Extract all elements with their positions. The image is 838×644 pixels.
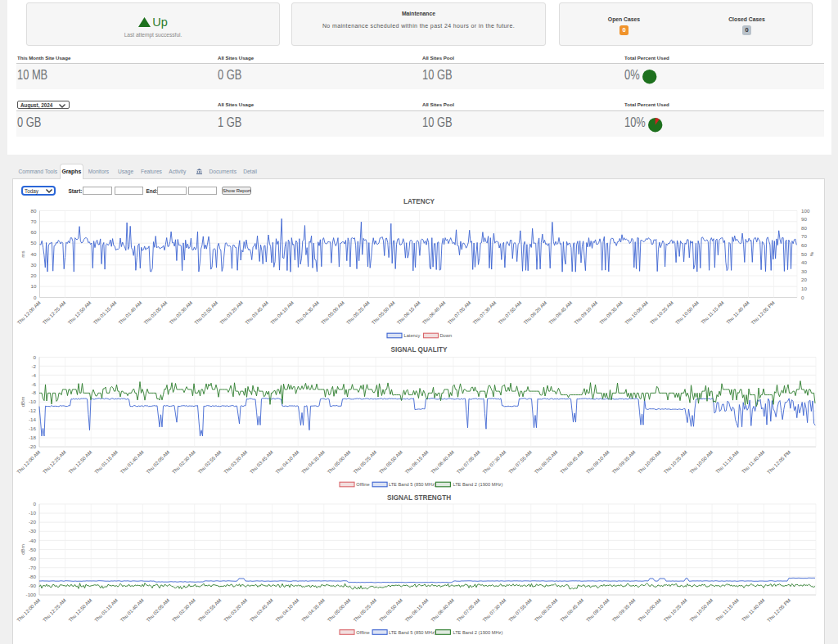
svg-text:Thu 04:10 AM: Thu 04:10 AM [275, 597, 300, 623]
svg-text:Thu 01:40 AM: Thu 01:40 AM [119, 449, 145, 475]
svg-text:Thu 02:05 AM: Thu 02:05 AM [146, 597, 171, 623]
svg-text:Thu 10:50 AM: Thu 10:50 AM [674, 300, 700, 326]
svg-text:Thu 05:25 AM: Thu 05:25 AM [353, 449, 378, 475]
svg-text:LTE Band 5 (850 MHz): LTE Band 5 (850 MHz) [389, 482, 436, 487]
svg-text:-10: -10 [29, 510, 37, 516]
svg-text:Thu 06:40 AM: Thu 06:40 AM [430, 597, 455, 623]
svg-text:20: 20 [801, 277, 807, 282]
svg-text:Thu 03:20 AM: Thu 03:20 AM [223, 449, 249, 475]
svg-text:Thu 07:30 AM: Thu 07:30 AM [482, 597, 507, 623]
svg-text:Thu 09:10 AM: Thu 09:10 AM [574, 300, 599, 326]
svg-text:Thu 02:55 AM: Thu 02:55 AM [197, 449, 223, 475]
svg-text:90: 90 [801, 216, 807, 222]
svg-text:Thu 11:40 AM: Thu 11:40 AM [741, 449, 765, 474]
svg-text:Thu 09:10 AM: Thu 09:10 AM [585, 597, 610, 623]
svg-text:Thu 10:25 AM: Thu 10:25 AM [663, 449, 688, 475]
svg-text:Thu 05:00 AM: Thu 05:00 AM [327, 597, 352, 623]
svg-text:Offline: Offline [356, 482, 369, 487]
svg-text:Thu 12:00 AM: Thu 12:00 AM [16, 597, 42, 623]
svg-text:Thu 10:00 AM: Thu 10:00 AM [637, 597, 662, 623]
svg-text:Thu 11:15 AM: Thu 11:15 AM [715, 449, 740, 474]
svg-text:Thu 12:25 AM: Thu 12:25 AM [42, 449, 67, 475]
svg-text:70: 70 [31, 218, 37, 224]
svg-text:Thu 12:50 AM: Thu 12:50 AM [68, 449, 93, 475]
svg-text:Thu 05:50 AM: Thu 05:50 AM [378, 597, 403, 623]
svg-text:Thu 07:05 AM: Thu 07:05 AM [456, 449, 481, 475]
svg-text:LTE Band 5 (850 MHz): LTE Band 5 (850 MHz) [389, 630, 436, 635]
svg-text:Thu 06:40 AM: Thu 06:40 AM [421, 300, 447, 326]
svg-text:-30: -30 [29, 528, 37, 534]
svg-text:-70: -70 [29, 565, 37, 570]
svg-text:-16: -16 [29, 426, 37, 431]
svg-text:Thu 10:25 AM: Thu 10:25 AM [649, 300, 674, 326]
svg-text:Thu 06:15 AM: Thu 06:15 AM [404, 449, 430, 475]
svg-text:Thu 12:25 AM: Thu 12:25 AM [42, 597, 67, 623]
svg-text:Thu 08:45 AM: Thu 08:45 AM [560, 597, 585, 623]
svg-text:-4: -4 [31, 372, 36, 378]
svg-text:Thu 07:55 AM: Thu 07:55 AM [507, 449, 533, 475]
svg-text:Down: Down [440, 333, 453, 338]
svg-text:Thu 05:00 AM: Thu 05:00 AM [320, 300, 345, 326]
svg-text:Thu 07:05 AM: Thu 07:05 AM [456, 597, 481, 623]
svg-text:Thu 12:50 AM: Thu 12:50 AM [67, 300, 92, 326]
svg-text:Thu 06:40 AM: Thu 06:40 AM [430, 449, 455, 475]
svg-text:Thu 03:45 AM: Thu 03:45 AM [249, 449, 274, 475]
svg-text:Thu 02:05 AM: Thu 02:05 AM [146, 449, 171, 475]
svg-text:dBm: dBm [20, 544, 25, 555]
svg-text:Thu 04:35 AM: Thu 04:35 AM [295, 300, 320, 326]
svg-text:Thu 08:45 AM: Thu 08:45 AM [548, 300, 574, 326]
svg-text:Thu 07:30 AM: Thu 07:30 AM [472, 300, 498, 326]
svg-text:Thu 05:50 AM: Thu 05:50 AM [371, 300, 396, 326]
svg-text:Thu 06:15 AM: Thu 06:15 AM [404, 597, 430, 623]
svg-text:-8: -8 [31, 390, 36, 395]
svg-text:80: 80 [31, 208, 37, 214]
svg-text:Thu 02:05 AM: Thu 02:05 AM [143, 300, 169, 326]
svg-text:40: 40 [801, 259, 807, 265]
svg-text:40: 40 [31, 251, 37, 257]
svg-text:Thu 12:00 AM: Thu 12:00 AM [16, 300, 42, 326]
svg-text:-2: -2 [31, 363, 36, 369]
svg-text:80: 80 [801, 225, 807, 231]
svg-text:Thu 10:00 AM: Thu 10:00 AM [637, 449, 662, 475]
svg-text:-100: -100 [26, 592, 37, 597]
svg-text:30: 30 [801, 268, 807, 274]
svg-text:LATENCY: LATENCY [403, 198, 435, 205]
svg-text:Thu 10:25 AM: Thu 10:25 AM [663, 597, 688, 623]
svg-text:50: 50 [31, 240, 37, 245]
svg-text:10: 10 [801, 286, 807, 291]
svg-text:Thu 03:45 AM: Thu 03:45 AM [244, 300, 269, 326]
svg-text:Thu 03:45 AM: Thu 03:45 AM [249, 597, 274, 623]
svg-text:Thu 07:55 AM: Thu 07:55 AM [498, 300, 523, 326]
svg-text:0: 0 [34, 295, 37, 300]
svg-text:Thu 02:30 AM: Thu 02:30 AM [171, 597, 196, 623]
svg-text:-80: -80 [29, 574, 37, 579]
svg-text:SIGNAL STRENGTH: SIGNAL STRENGTH [387, 494, 451, 502]
svg-text:60: 60 [801, 242, 807, 248]
svg-text:Thu 01:15 AM: Thu 01:15 AM [92, 300, 118, 326]
svg-text:70: 70 [801, 233, 807, 239]
svg-text:Thu 07:30 AM: Thu 07:30 AM [482, 449, 507, 475]
svg-text:Thu 09:10 AM: Thu 09:10 AM [585, 449, 610, 475]
svg-text:Thu 04:35 AM: Thu 04:35 AM [300, 597, 326, 623]
svg-text:-20: -20 [29, 519, 37, 525]
svg-text:20: 20 [31, 272, 37, 278]
svg-text:Thu 11:40 AM: Thu 11:40 AM [741, 597, 765, 622]
svg-text:Thu 03:20 AM: Thu 03:20 AM [223, 597, 249, 623]
svg-text:Thu 02:55 AM: Thu 02:55 AM [194, 300, 219, 326]
svg-text:-12: -12 [29, 408, 37, 413]
svg-text:-20: -20 [29, 444, 37, 449]
svg-text:-10: -10 [29, 399, 37, 404]
svg-text:Thu 05:25 AM: Thu 05:25 AM [345, 300, 371, 326]
svg-text:Thu 04:10 AM: Thu 04:10 AM [269, 300, 295, 326]
svg-text:60: 60 [31, 229, 37, 235]
svg-text:-40: -40 [29, 538, 37, 543]
svg-text:Thu 01:15 AM: Thu 01:15 AM [93, 597, 119, 623]
svg-text:Thu 05:00 AM: Thu 05:00 AM [327, 449, 352, 475]
svg-text:dBm: dBm [20, 397, 25, 408]
svg-text:Thu 11:40 AM: Thu 11:40 AM [725, 300, 750, 325]
svg-text:Thu 09:35 AM: Thu 09:35 AM [611, 597, 637, 623]
svg-text:-14: -14 [29, 417, 37, 422]
svg-text:Thu 02:30 AM: Thu 02:30 AM [171, 449, 196, 475]
svg-text:LTE Band 2 (1900 MHz): LTE Band 2 (1900 MHz) [453, 630, 502, 635]
svg-text:-50: -50 [29, 547, 37, 552]
